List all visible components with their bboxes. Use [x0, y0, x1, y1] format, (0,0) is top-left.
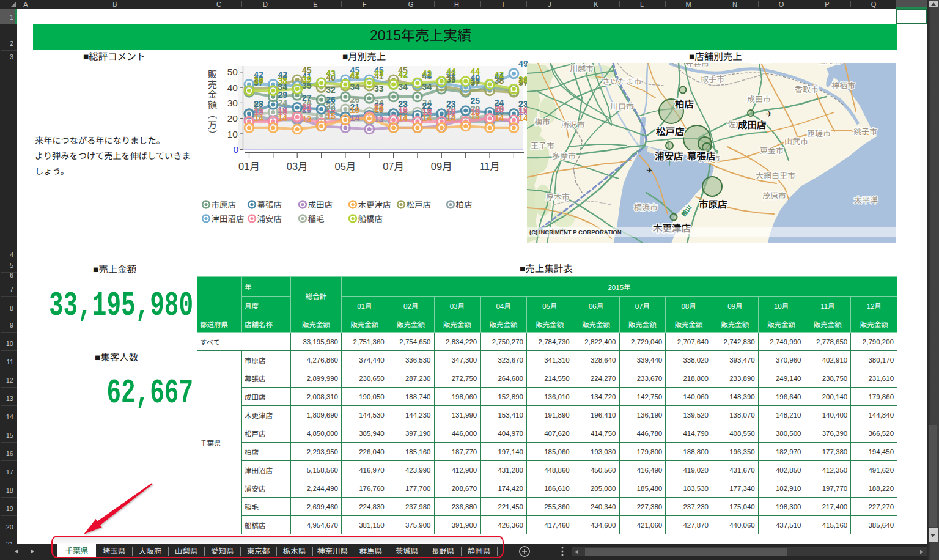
- svg-text:38: 38: [254, 76, 263, 86]
- svg-text:茂原市: 茂原市: [762, 190, 786, 201]
- svg-text:42: 42: [398, 70, 408, 79]
- svg-text:01月: 01月: [238, 161, 260, 172]
- svg-text:26: 26: [326, 95, 336, 105]
- svg-text:金: 金: [208, 89, 217, 100]
- svg-text:銚子市: 銚子市: [853, 125, 877, 137]
- svg-text:万: 万: [208, 120, 217, 130]
- svg-text:柏店: 柏店: [675, 97, 694, 110]
- svg-text:25: 25: [470, 96, 480, 106]
- svg-text:14: 14: [278, 113, 288, 123]
- svg-text:(C) INCRIMENT P CORPORATION: (C) INCRIMENT P CORPORATION: [529, 229, 622, 235]
- svg-text:匝瑳市: 匝瑳市: [807, 127, 831, 139]
- svg-text:14: 14: [254, 113, 263, 123]
- svg-text:50: 50: [227, 67, 238, 77]
- svg-text:守谷市: 守谷市: [685, 63, 709, 69]
- svg-text:05月: 05月: [334, 161, 356, 172]
- svg-text:稲毛: 稲毛: [308, 215, 325, 224]
- svg-text:42: 42: [350, 70, 360, 79]
- svg-text:川口市: 川口市: [610, 100, 634, 112]
- svg-text:15: 15: [470, 111, 480, 121]
- svg-text:成田市: 成田市: [747, 93, 771, 105]
- svg-text:✈: ✈: [646, 164, 653, 175]
- svg-text:10: 10: [227, 129, 238, 139]
- svg-text:大網白里市: 大網白里市: [756, 169, 795, 181]
- svg-text:浦安店: 浦安店: [257, 215, 282, 224]
- svg-text:成田店: 成田店: [738, 117, 767, 131]
- svg-text:42: 42: [495, 70, 504, 79]
- svg-text:34: 34: [422, 82, 432, 92]
- svg-text:幕張店: 幕張店: [257, 201, 282, 210]
- svg-text:所沢市: 所沢市: [561, 119, 585, 130]
- svg-text:43: 43: [326, 68, 336, 78]
- svg-text:30: 30: [227, 98, 238, 108]
- svg-text:川越市: 川越市: [570, 63, 594, 74]
- svg-text:船橋店: 船橋店: [358, 215, 383, 224]
- svg-text:20: 20: [227, 113, 238, 123]
- svg-text:鹿嶋市: 鹿嶋市: [819, 63, 843, 66]
- svg-text:横浜市: 横浜市: [634, 201, 658, 213]
- svg-text:34: 34: [350, 82, 360, 92]
- svg-text:43: 43: [422, 68, 432, 78]
- svg-text:32: 32: [326, 85, 336, 95]
- svg-text:14: 14: [446, 113, 456, 123]
- svg-text:太平洋: 太平洋: [854, 194, 878, 205]
- svg-text:多摩市: 多摩市: [552, 150, 576, 161]
- svg-text:浦安店: 浦安店: [655, 149, 683, 162]
- svg-text:09月: 09月: [431, 161, 452, 172]
- svg-text:43: 43: [374, 68, 384, 78]
- svg-text:販: 販: [208, 69, 217, 79]
- svg-text:44: 44: [446, 67, 456, 76]
- svg-text:03月: 03月: [287, 161, 308, 172]
- svg-text:13: 13: [302, 114, 312, 124]
- svg-text:13: 13: [374, 114, 384, 124]
- svg-text:20: 20: [495, 104, 504, 114]
- svg-text:梅市: 梅市: [534, 116, 550, 127]
- svg-text:0: 0: [233, 144, 238, 155]
- svg-text:額: 額: [208, 100, 217, 110]
- svg-text:松戸店: 松戸店: [656, 124, 685, 138]
- svg-text:11月: 11月: [479, 161, 500, 172]
- svg-text:市原店: 市原店: [212, 201, 237, 210]
- svg-text:38: 38: [278, 76, 288, 86]
- svg-text:松戸店: 松戸店: [407, 201, 432, 210]
- svg-text:14: 14: [495, 113, 504, 123]
- svg-text:27: 27: [302, 93, 312, 103]
- svg-text:21: 21: [302, 102, 312, 112]
- svg-text:40: 40: [227, 83, 238, 93]
- svg-text:07月: 07月: [383, 161, 404, 172]
- svg-text:20: 20: [374, 104, 384, 114]
- svg-text:15: 15: [326, 111, 336, 121]
- svg-text:神栖市: 神栖市: [831, 79, 855, 91]
- svg-text:39: 39: [302, 75, 312, 84]
- svg-text:東金市: 東金市: [760, 144, 784, 156]
- svg-text:香取市: 香取市: [795, 83, 819, 95]
- svg-text:）: ）: [207, 130, 218, 139]
- svg-text:14: 14: [422, 113, 432, 123]
- svg-text:幕張店: 幕張店: [687, 149, 716, 162]
- svg-text:（: （: [207, 109, 218, 119]
- svg-text:34: 34: [398, 82, 408, 92]
- svg-text:取手市: 取手市: [701, 73, 724, 84]
- svg-text:木更津店: 木更津店: [358, 201, 391, 210]
- svg-text:✈: ✈: [766, 108, 773, 119]
- svg-text:柏店: 柏店: [456, 201, 473, 210]
- svg-text:王子市: 王子市: [531, 139, 554, 151]
- svg-text:売: 売: [208, 79, 217, 90]
- svg-text:津田沼店: 津田沼店: [212, 215, 245, 224]
- svg-text:市原店: 市原店: [699, 197, 727, 210]
- svg-text:成田店: 成田店: [308, 201, 333, 210]
- svg-text:19: 19: [350, 105, 360, 115]
- svg-text:14: 14: [398, 113, 408, 123]
- svg-text:44: 44: [470, 67, 480, 76]
- svg-text:山武市: 山武市: [784, 135, 808, 147]
- svg-text:厚木市: 厚木市: [546, 191, 570, 202]
- svg-text:さいたま市: さいたま市: [602, 75, 642, 87]
- svg-text:稲敷市: 稲敷市: [751, 63, 775, 65]
- svg-text:33: 33: [374, 84, 384, 94]
